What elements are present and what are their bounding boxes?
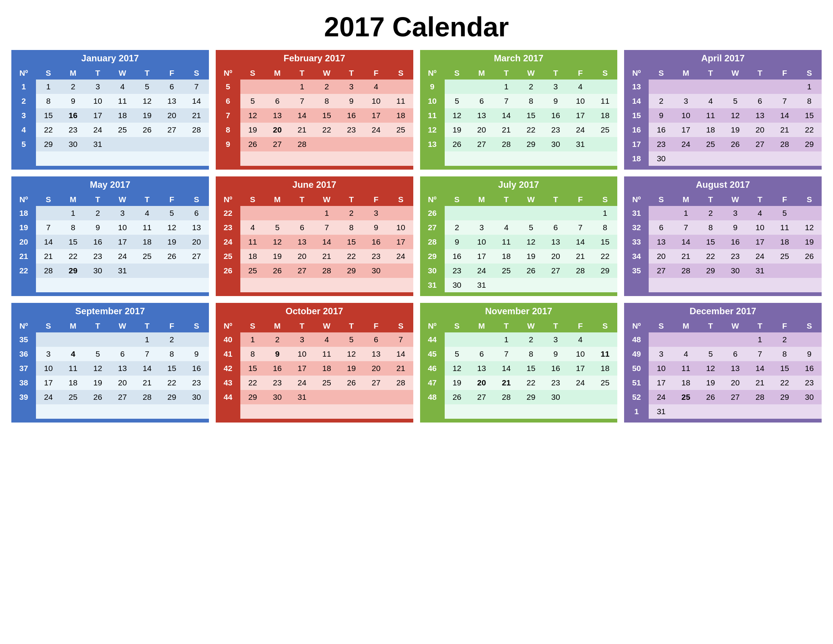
week-num-2-5 <box>420 151 445 166</box>
day-cell-1-0-4: 3 <box>339 79 364 94</box>
week-row-4-4: 2228293031 <box>11 264 209 278</box>
day-cell-10-5-6 <box>593 404 617 419</box>
week-row-8-2: 3710111213141516 <box>11 361 209 375</box>
month-header-6: July 2017 <box>420 176 618 193</box>
day-cell-2-5-2 <box>494 151 518 166</box>
day-cell-11-5-6 <box>797 404 822 419</box>
day-cell-0-5-4 <box>135 151 159 166</box>
day-cell-6-5-4 <box>544 278 568 292</box>
day-cell-0-0-2: 3 <box>85 79 110 94</box>
day-cell-1-3-2: 21 <box>289 123 314 137</box>
day-cell-0-5-3 <box>110 151 135 166</box>
day-cell-6-0-3 <box>518 206 543 221</box>
day-cell-9-4-6 <box>388 390 413 404</box>
week-num-3-5: 18 <box>624 151 649 166</box>
day-cell-5-0-2 <box>289 206 314 221</box>
day-cell-3-2-6: 15 <box>797 108 822 123</box>
day-cell-8-1-3: 6 <box>110 347 135 361</box>
day-cell-1-2-0: 12 <box>240 108 265 123</box>
week-row-6-1: 272345678 <box>420 221 618 235</box>
week-num-10-2: 46 <box>420 361 445 375</box>
day-cell-6-1-6: 8 <box>593 221 617 235</box>
day-cell-7-3-0: 20 <box>649 249 673 264</box>
day-cell-8-2-5: 15 <box>159 361 184 375</box>
day-cell-10-1-0: 5 <box>445 347 469 361</box>
day-cell-0-5-6 <box>184 151 209 166</box>
day-cell-5-3-1: 19 <box>265 249 289 264</box>
day-cell-0-3-5: 27 <box>159 123 184 137</box>
day-cell-3-1-0: 2 <box>649 94 673 108</box>
day-cell-9-4-4 <box>339 390 364 404</box>
day-cell-6-4-1: 24 <box>469 264 494 278</box>
week-num-7-5 <box>624 278 649 292</box>
week-num-11-3: 51 <box>624 375 649 390</box>
day-cell-3-0-4 <box>748 79 772 94</box>
day-cell-5-0-0 <box>240 206 265 221</box>
month-table-green-10: November 2017NºSMTWTFS441234455678910114… <box>420 303 618 422</box>
day-cell-4-0-5: 5 <box>159 206 184 221</box>
day-cell-10-3-3: 22 <box>518 375 543 390</box>
day-cell-8-5-2 <box>85 404 110 419</box>
day-cell-11-3-0: 17 <box>649 375 673 390</box>
day-cell-2-1-6: 11 <box>593 94 617 108</box>
day-cell-3-3-6: 22 <box>797 123 822 137</box>
day-cell-2-0-6 <box>593 79 617 94</box>
day-cell-5-4-2: 27 <box>289 264 314 278</box>
week-row-1-5 <box>216 151 413 166</box>
week-num-9-2: 42 <box>216 361 240 375</box>
day-cell-0-3-4: 26 <box>135 123 159 137</box>
day-cell-8-2-1: 11 <box>61 361 85 375</box>
month-header-8: September 2017 <box>11 303 209 320</box>
day-cell-8-0-6 <box>184 332 209 347</box>
week-row-7-1: 326789101112 <box>624 221 822 235</box>
day-cell-3-5-3 <box>723 151 748 166</box>
week-num-2-3: 12 <box>420 123 445 137</box>
day-cell-6-5-2 <box>494 278 518 292</box>
day-cell-7-1-0: 6 <box>649 221 673 235</box>
day-cell-5-1-3: 7 <box>315 221 339 235</box>
day-cell-9-4-3 <box>315 390 339 404</box>
day-cell-9-0-1: 2 <box>265 332 289 347</box>
week-row-2-1: 10567891011 <box>420 94 618 108</box>
day-cell-2-3-4: 23 <box>544 123 568 137</box>
day-cell-4-1-6: 13 <box>184 221 209 235</box>
week-row-9-0: 401234567 <box>216 332 413 347</box>
week-num-8-3: 38 <box>11 375 36 390</box>
day-cell-3-1-2: 4 <box>698 94 723 108</box>
day-cell-8-4-0: 24 <box>36 390 61 404</box>
week-row-11-5: 131 <box>624 404 822 419</box>
day-cell-0-1-1: 9 <box>61 94 85 108</box>
day-cell-0-5-2 <box>85 151 110 166</box>
week-row-11-1: 493456789 <box>624 347 822 361</box>
day-cell-11-0-2 <box>698 332 723 347</box>
day-cell-2-4-2: 28 <box>494 137 518 151</box>
day-cell-1-5-3 <box>315 151 339 166</box>
day-cell-11-5-0: 31 <box>649 404 673 419</box>
day-cell-10-5-5 <box>568 404 593 419</box>
day-cell-5-4-6 <box>388 264 413 278</box>
calendar-grid: January 2017NºSMTWTFS1123456728910111213… <box>8 50 825 422</box>
day-cell-8-5-5 <box>159 404 184 419</box>
day-cell-3-2-0: 9 <box>649 108 673 123</box>
day-cell-7-2-4: 17 <box>748 235 772 249</box>
day-cell-11-0-5: 2 <box>772 332 797 347</box>
week-row-7-0: 3112345 <box>624 206 822 221</box>
day-cell-8-4-4: 28 <box>135 390 159 404</box>
day-cell-2-3-3: 22 <box>518 123 543 137</box>
day-cell-2-4-0: 26 <box>445 137 469 151</box>
day-cell-1-4-2: 28 <box>289 137 314 151</box>
day-cell-11-5-5 <box>772 404 797 419</box>
week-num-9-4: 44 <box>216 390 240 404</box>
day-cell-11-2-6: 16 <box>797 361 822 375</box>
day-cell-5-2-5: 16 <box>364 235 388 249</box>
day-cell-10-1-2: 7 <box>494 347 518 361</box>
week-num-7-2: 33 <box>624 235 649 249</box>
day-cell-10-3-5: 24 <box>568 375 593 390</box>
month-header-2: March 2017 <box>420 50 618 67</box>
day-cell-2-1-1: 6 <box>469 94 494 108</box>
week-num-1-4: 9 <box>216 137 240 151</box>
day-cell-3-1-4: 6 <box>748 94 772 108</box>
day-cell-10-2-0: 12 <box>445 361 469 375</box>
day-cell-4-3-0: 21 <box>36 249 61 264</box>
day-cell-7-1-3: 9 <box>723 221 748 235</box>
